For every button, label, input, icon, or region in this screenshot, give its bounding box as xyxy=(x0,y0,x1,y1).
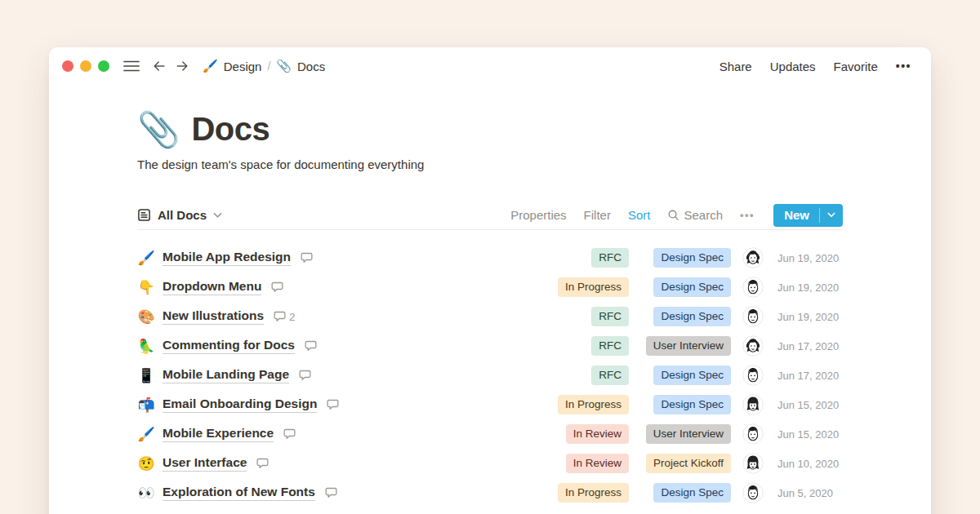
search-label: Search xyxy=(684,208,723,222)
comment-bubble-icon xyxy=(305,340,317,352)
filter-button[interactable]: Filter xyxy=(584,208,611,222)
comment-count-badge[interactable] xyxy=(327,399,342,410)
doc-link[interactable]: 🖌️ Mobile Experience xyxy=(137,426,531,443)
type-tag[interactable]: Design Spec xyxy=(653,277,731,297)
minimize-window-button[interactable] xyxy=(80,60,91,72)
breadcrumb-page[interactable]: Docs xyxy=(297,60,325,73)
doc-title[interactable]: Dropdown Menu xyxy=(163,279,261,295)
search-button[interactable]: Search xyxy=(667,208,723,222)
doc-link[interactable]: 🎨 New Illustrations 2 xyxy=(137,308,531,326)
breadcrumb-parent-icon: 🖌️ xyxy=(203,59,218,73)
avatar-cell xyxy=(741,453,765,474)
comment-count-badge[interactable]: 2 xyxy=(274,311,296,323)
favorite-button[interactable]: Favorite xyxy=(834,60,878,73)
status-tag[interactable]: In Review xyxy=(566,424,629,444)
avatar[interactable] xyxy=(742,482,764,503)
doc-link[interactable]: 🦜 Commenting for Docs xyxy=(137,338,531,355)
comment-count-badge[interactable] xyxy=(325,487,341,498)
sort-button[interactable]: Sort xyxy=(628,208,651,222)
status-cell: In Review xyxy=(531,454,629,473)
comment-bubble-icon xyxy=(256,458,269,469)
doc-title[interactable]: New Illustrations xyxy=(163,308,264,325)
more-menu-icon[interactable]: ••• xyxy=(896,60,911,73)
type-tag[interactable]: Design Spec xyxy=(653,395,731,414)
breadcrumb-parent[interactable]: Design xyxy=(224,60,262,73)
avatar[interactable] xyxy=(742,247,764,268)
doc-link[interactable]: 📬 Email Onboarding Design xyxy=(137,397,531,414)
type-tag[interactable]: Design Spec xyxy=(653,483,731,503)
avatar[interactable] xyxy=(742,277,764,298)
doc-title[interactable]: Mobile Experience xyxy=(163,426,274,442)
avatar[interactable] xyxy=(742,335,764,357)
zoom-window-button[interactable] xyxy=(98,60,109,72)
avatar[interactable] xyxy=(742,394,764,415)
doc-title[interactable]: Mobile Landing Page xyxy=(163,367,289,383)
breadcrumb-page-icon: 📎 xyxy=(276,59,292,73)
all-docs-page-icon xyxy=(137,208,151,222)
comment-bubble-icon xyxy=(301,252,313,264)
avatar[interactable] xyxy=(742,306,764,327)
avatar[interactable] xyxy=(742,423,764,445)
properties-button[interactable]: Properties xyxy=(510,208,566,222)
table-row: 🎨 New Illustrations 2 RFC Design Spec Ju… xyxy=(137,302,843,331)
type-tag[interactable]: User Interview xyxy=(646,424,731,444)
share-button[interactable]: Share xyxy=(719,60,752,73)
status-tag[interactable]: In Progress xyxy=(558,277,629,297)
table-row: 👇 Dropdown Menu In Progress Design Spec … xyxy=(137,273,843,302)
status-tag[interactable]: RFC xyxy=(591,248,629,268)
comment-bubble-icon xyxy=(271,281,283,293)
type-tag[interactable]: Project Kickoff xyxy=(646,454,731,473)
doc-emoji-icon: 👇 xyxy=(137,279,155,296)
back-arrow-icon[interactable] xyxy=(149,55,170,77)
toolbar-more-icon[interactable]: ••• xyxy=(740,209,755,221)
table-row: 🦜 Commenting for Docs RFC User Interview… xyxy=(137,331,843,361)
status-tag[interactable]: RFC xyxy=(591,336,629,356)
doc-title[interactable]: Commenting for Docs xyxy=(163,338,295,354)
doc-title[interactable]: Exploration of New Fonts xyxy=(163,485,315,501)
close-window-button[interactable] xyxy=(62,60,74,72)
type-tag[interactable]: Design Spec xyxy=(653,307,731,326)
doc-title[interactable]: Mobile App Redesign xyxy=(163,250,291,266)
doc-emoji-icon: 👀 xyxy=(137,485,155,502)
doc-date: Jun 5, 2020 xyxy=(777,487,843,499)
status-tag[interactable]: In Review xyxy=(566,454,629,473)
comment-count-badge[interactable] xyxy=(299,370,314,381)
comment-bubble-icon xyxy=(283,428,296,440)
sidebar-menu-icon[interactable] xyxy=(121,55,142,77)
status-tag[interactable]: In Progress xyxy=(558,395,629,414)
new-button-label[interactable]: New xyxy=(773,204,819,227)
avatar-cell xyxy=(741,394,765,415)
type-tag[interactable]: User Interview xyxy=(646,336,731,356)
doc-link[interactable]: 🖌️ Mobile App Redesign xyxy=(137,250,531,267)
page-paperclip-icon[interactable]: 📎 xyxy=(137,113,180,147)
page-subtitle[interactable]: The design team's space for documenting … xyxy=(137,157,843,171)
doc-link[interactable]: 👇 Dropdown Menu xyxy=(137,279,531,296)
doc-emoji-icon: 🎨 xyxy=(137,308,155,326)
doc-link[interactable]: 📱 Mobile Landing Page xyxy=(137,367,531,384)
comment-count-badge[interactable] xyxy=(283,428,299,440)
comment-count-badge[interactable] xyxy=(256,458,272,469)
status-tag[interactable]: RFC xyxy=(591,307,629,326)
status-tag[interactable]: In Progress xyxy=(558,483,629,503)
avatar-cell xyxy=(741,306,765,327)
avatar[interactable] xyxy=(742,365,764,386)
new-button-chevron-icon[interactable] xyxy=(820,204,843,227)
comment-count-badge[interactable] xyxy=(305,340,320,352)
avatar-cell xyxy=(741,247,765,268)
status-tag[interactable]: RFC xyxy=(591,366,629,385)
doc-date: Jun 15, 2020 xyxy=(777,399,843,411)
doc-link[interactable]: 🤨 User Interface xyxy=(137,455,531,472)
page-title[interactable]: Docs xyxy=(191,111,270,148)
forward-arrow-icon[interactable] xyxy=(172,55,193,77)
view-switcher[interactable]: All Docs xyxy=(137,208,222,222)
comment-count-badge[interactable] xyxy=(271,281,287,293)
updates-button[interactable]: Updates xyxy=(770,60,816,73)
doc-title[interactable]: User Interface xyxy=(163,455,247,472)
doc-link[interactable]: 👀 Exploration of New Fonts xyxy=(137,485,531,502)
comment-count-badge[interactable] xyxy=(301,252,316,264)
doc-title[interactable]: Email Onboarding Design xyxy=(163,397,317,413)
new-button[interactable]: New xyxy=(773,204,843,227)
type-tag[interactable]: Design Spec xyxy=(653,366,731,385)
avatar[interactable] xyxy=(742,453,764,474)
type-tag[interactable]: Design Spec xyxy=(653,248,731,268)
